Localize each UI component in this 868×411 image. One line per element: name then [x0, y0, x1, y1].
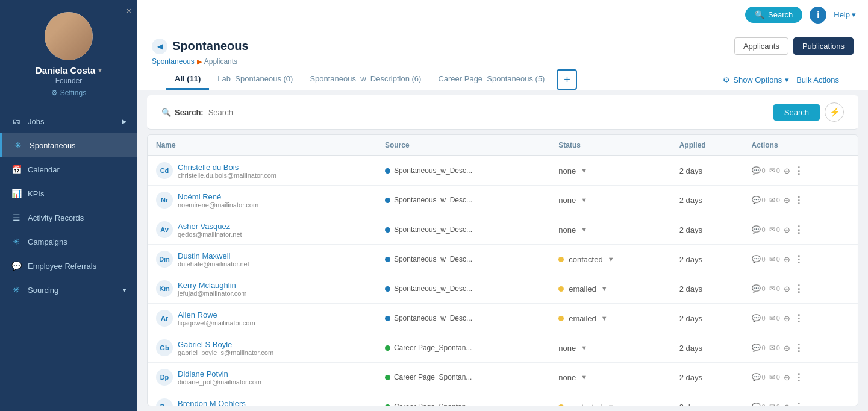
add-tab-button[interactable]: + [557, 69, 577, 90]
chat-icon-8[interactable]: 💬 0 [752, 373, 766, 381]
source-dot-7 [385, 345, 390, 351]
chat-icon-2[interactable]: 💬 0 [752, 196, 766, 204]
more-actions-icon-1[interactable]: ⋮ [794, 165, 804, 177]
status-dropdown-4[interactable]: ▼ [608, 256, 614, 263]
sidebar-item-spontaneous[interactable]: ✳ Spontaneous [0, 133, 137, 157]
applicant-name-7[interactable]: Gabriel S Boyle [178, 340, 273, 349]
chevron-down-icon: ▾ [852, 10, 856, 19]
status-dropdown-2[interactable]: ▼ [581, 196, 587, 204]
mail-icon-3[interactable]: ✉ 0 [769, 225, 780, 234]
mail-icon-9[interactable]: ✉ 0 [769, 403, 780, 406]
share-icon-6[interactable]: ⊕ [784, 314, 790, 323]
more-actions-icon-5[interactable]: ⋮ [794, 283, 804, 295]
tab-with-desc[interactable]: Spontaneous_w_Description (6) [301, 69, 429, 90]
filter-button[interactable]: ⚡ [825, 102, 844, 122]
applicant-name-2[interactable]: Noémi René [178, 192, 258, 201]
status-dropdown-5[interactable]: ▼ [601, 285, 608, 292]
applicant-name-3[interactable]: Asher Vasquez [178, 222, 242, 231]
more-actions-icon-2[interactable]: ⋮ [794, 195, 804, 206]
chat-icon-3[interactable]: 💬 0 [752, 225, 766, 234]
share-icon-4[interactable]: ⊕ [784, 255, 790, 264]
mail-icon-6[interactable]: ✉ 0 [769, 314, 780, 322]
cell-applied-4: 2 days [671, 245, 743, 274]
chat-icon-9[interactable]: 💬 0 [752, 403, 766, 406]
sidebar-item-kpis[interactable]: 📊 KPIs [0, 181, 137, 206]
tab-career[interactable]: Career Page_Spontaneous (5) [429, 69, 553, 90]
chat-icon-5[interactable]: 💬 0 [752, 284, 766, 293]
help-button[interactable]: Help ▾ [834, 10, 856, 19]
mail-icon-7[interactable]: ✉ 0 [769, 344, 780, 352]
cell-applied-6: 2 days [671, 304, 743, 333]
status-dropdown-7[interactable]: ▼ [581, 344, 587, 351]
cell-applied-1: 2 days [671, 156, 743, 186]
more-actions-icon-9[interactable]: ⋮ [794, 401, 804, 407]
chat-icon-7[interactable]: 💬 0 [752, 344, 766, 352]
status-dropdown-1[interactable]: ▼ [581, 167, 587, 174]
search-input[interactable] [208, 108, 769, 117]
status-dropdown-3[interactable]: ▼ [581, 226, 587, 233]
applicant-name-9[interactable]: Brendon M Oehlers [178, 399, 261, 407]
bulk-actions-button[interactable]: Bulk Actions [796, 75, 839, 84]
table-row: Nr Noémi René noemirene@mailinator.com S… [148, 186, 858, 215]
more-actions-icon-7[interactable]: ⋮ [794, 342, 804, 354]
status-dropdown-9[interactable]: ▼ [608, 403, 614, 406]
status-dropdown-6[interactable]: ▼ [601, 315, 608, 322]
chat-icon-4[interactable]: 💬 0 [752, 255, 766, 263]
tabs-bar: All (11) Lab_Spontaneous (0) Spontaneous… [152, 69, 854, 90]
sidebar-item-activity-records[interactable]: ☰ Activity Records [0, 206, 137, 230]
tab-all[interactable]: All (11) [166, 69, 209, 90]
sidebar-item-calendar[interactable]: 📅 Calendar [0, 157, 137, 181]
page-header: ◀ Spontaneous Applicants Publications Sp… [137, 30, 868, 90]
search-submit-button[interactable]: Search [773, 104, 820, 121]
sidebar-item-sourcing[interactable]: ✳ Sourcing ▾ [0, 278, 137, 302]
avatar [45, 12, 93, 60]
mail-count-7: 0 [776, 344, 780, 351]
close-icon[interactable]: × [126, 6, 131, 16]
cell-applied-3: 2 days [671, 215, 743, 245]
sidebar-item-employee-referrals[interactable]: 💬 Employee Referrals [0, 254, 137, 278]
more-actions-icon-3[interactable]: ⋮ [794, 224, 804, 236]
applicant-email-2: noemirene@mailinator.com [178, 201, 258, 209]
share-icon-3[interactable]: ⊕ [784, 225, 790, 234]
settings-link[interactable]: ⚙ Settings [51, 89, 86, 97]
mail-icon-1[interactable]: ✉ 0 [769, 166, 780, 175]
applicants-button[interactable]: Applicants [734, 37, 788, 55]
col-actions: Actions [743, 135, 858, 156]
topbar-search-button[interactable]: 🔍 Search [745, 7, 802, 23]
more-actions-icon-8[interactable]: ⋮ [794, 372, 804, 383]
share-icon-2[interactable]: ⊕ [784, 196, 790, 205]
mail-icon-8[interactable]: ✉ 0 [769, 373, 780, 381]
more-actions-icon-6[interactable]: ⋮ [794, 313, 804, 324]
mail-icon-2[interactable]: ✉ 0 [769, 196, 780, 204]
chat-icon-6[interactable]: 💬 0 [752, 314, 766, 322]
chat-count-6: 0 [762, 315, 766, 322]
applicant-name-8[interactable]: Didiane Potvin [178, 369, 261, 378]
share-icon-9[interactable]: ⊕ [784, 403, 790, 407]
share-icon-7[interactable]: ⊕ [784, 344, 790, 353]
sidebar-item-campaigns[interactable]: ✳ Campaigns [0, 230, 137, 254]
share-icon-1[interactable]: ⊕ [784, 166, 790, 175]
breadcrumb-home[interactable]: Spontaneous [152, 57, 195, 66]
sidebar-toggle-button[interactable]: ◀ [152, 39, 167, 54]
mail-icon-4[interactable]: ✉ 0 [769, 255, 780, 263]
publications-button[interactable]: Publications [793, 37, 854, 55]
sidebar-item-jobs[interactable]: 🗂 Jobs ▶ [0, 109, 137, 133]
status-dropdown-8[interactable]: ▼ [581, 374, 587, 381]
user-name[interactable]: Daniela Costa ▾ [36, 65, 102, 75]
applicant-name-4[interactable]: Dustin Maxwell [178, 251, 249, 260]
mail-icon-5[interactable]: ✉ 0 [769, 284, 780, 293]
show-options-button[interactable]: ⚙ Show Options ▾ [723, 75, 789, 84]
share-icon-5[interactable]: ⊕ [784, 284, 790, 293]
chat-icon-1[interactable]: 💬 0 [752, 166, 766, 175]
applicant-name-5[interactable]: Kerry Mclaughlin [178, 281, 247, 290]
share-icon-8[interactable]: ⊕ [784, 373, 790, 382]
cell-applied-7: 2 days [671, 333, 743, 363]
more-actions-icon-4[interactable]: ⋮ [794, 254, 804, 265]
tab-lab[interactable]: Lab_Spontaneous (0) [209, 69, 301, 90]
applied-text-9: 2 days [679, 403, 702, 407]
applicant-name-1[interactable]: Christelle du Bois [178, 163, 276, 172]
cell-applied-2: 2 days [671, 186, 743, 215]
calendar-icon: 📅 [11, 165, 22, 174]
applicant-name-6[interactable]: Allen Rowe [178, 310, 255, 319]
info-button[interactable]: i [810, 7, 826, 24]
